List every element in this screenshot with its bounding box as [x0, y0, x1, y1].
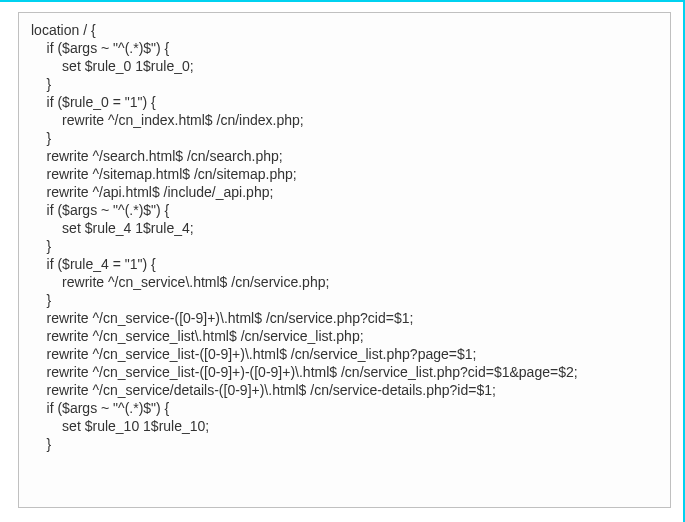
code-line: rewrite ^/search.html$ /cn/search.php;: [31, 147, 664, 165]
code-block: location / { if ($args ~ "^(.*)$") { set…: [18, 12, 671, 508]
code-line: if ($rule_0 = "1") {: [31, 93, 664, 111]
code-line: }: [31, 129, 664, 147]
code-line: rewrite ^/cn_service-([0-9]+)\.html$ /cn…: [31, 309, 664, 327]
code-line: rewrite ^/cn_service\.html$ /cn/service.…: [31, 273, 664, 291]
code-line: rewrite ^/api.html$ /include/_api.php;: [31, 183, 664, 201]
code-line: if ($rule_4 = "1") {: [31, 255, 664, 273]
code-line: }: [31, 237, 664, 255]
code-line: }: [31, 435, 664, 453]
code-line: }: [31, 291, 664, 309]
page-container: location / { if ($args ~ "^(.*)$") { set…: [0, 0, 685, 522]
code-line: }: [31, 75, 664, 93]
code-line: if ($args ~ "^(.*)$") {: [31, 39, 664, 57]
code-line: rewrite ^/cn_service/details-([0-9]+)\.h…: [31, 381, 664, 399]
code-line: if ($args ~ "^(.*)$") {: [31, 201, 664, 219]
code-line: rewrite ^/cn_service_list-([0-9]+)-([0-9…: [31, 363, 664, 381]
code-line: set $rule_4 1$rule_4;: [31, 219, 664, 237]
code-line: rewrite ^/sitemap.html$ /cn/sitemap.php;: [31, 165, 664, 183]
code-line: location / {: [31, 21, 664, 39]
code-line: if ($args ~ "^(.*)$") {: [31, 399, 664, 417]
code-line: rewrite ^/cn_service_list-([0-9]+)\.html…: [31, 345, 664, 363]
code-line: rewrite ^/cn_service_list\.html$ /cn/ser…: [31, 327, 664, 345]
code-line: set $rule_10 1$rule_10;: [31, 417, 664, 435]
code-line: rewrite ^/cn_index.html$ /cn/index.php;: [31, 111, 664, 129]
code-line: set $rule_0 1$rule_0;: [31, 57, 664, 75]
